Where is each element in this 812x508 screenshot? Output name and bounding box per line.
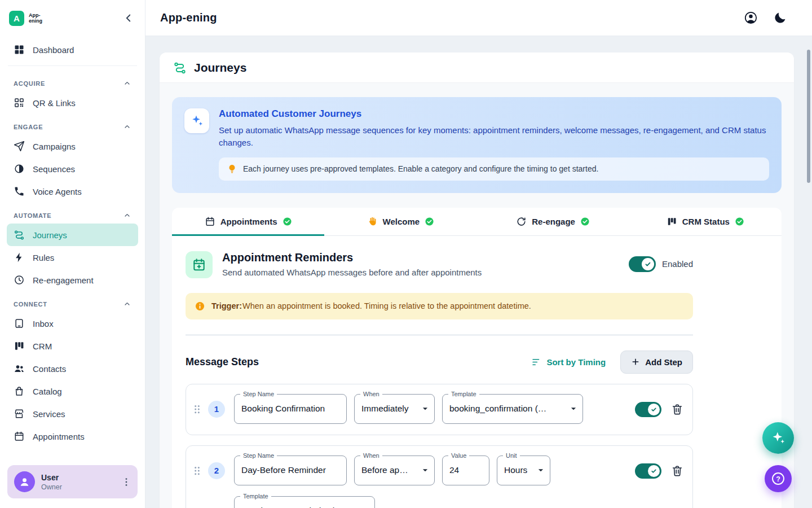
step-name-field: Step Name (234, 456, 347, 485)
drag-handle-icon[interactable] (193, 464, 201, 478)
when-select[interactable]: When Immediately (354, 394, 435, 424)
sidebar-item-label: Sequences (33, 164, 75, 174)
step-name-input[interactable] (235, 456, 346, 485)
sidebar-item-inbox[interactable]: Inbox (7, 312, 138, 335)
template-select[interactable]: Template booking_confirmation (… (442, 394, 583, 424)
sidebar-nav: Dashboard ACQUIRE QR & Links ENGAGE C (0, 36, 145, 508)
sidebar-item-contacts[interactable]: Contacts (7, 357, 138, 380)
sidebar-item-catalog[interactable]: Catalog (7, 380, 138, 402)
sidebar-item-re-engagement[interactable]: Re-engagement (7, 269, 138, 291)
sidebar-item-crm[interactable]: CRM (7, 335, 138, 357)
journeys-page-card: Journeys Automated Customer Journeys Set… (160, 52, 794, 508)
sidebar-item-dashboard[interactable]: Dashboard (7, 38, 138, 61)
clock-icon (14, 274, 25, 286)
drag-handle-icon[interactable] (193, 402, 201, 416)
journey-categories-card: Appointments Welcome (172, 208, 782, 508)
field-label: Unit (503, 452, 520, 459)
user-card[interactable]: User Owner (7, 465, 138, 498)
plus-icon (631, 357, 640, 366)
user-info: User Owner (41, 473, 62, 491)
caret-down-icon (419, 402, 431, 415)
field-label: Template (448, 391, 479, 397)
sidebar-section-automate[interactable]: AUTOMATE (7, 203, 138, 224)
field-label: Template (240, 493, 271, 500)
when-select[interactable]: When Before ap… (354, 456, 435, 485)
tab-label: Welcome (383, 217, 420, 226)
step-number-badge: 1 (208, 401, 225, 418)
caret-down-icon (359, 505, 372, 508)
caret-down-icon (419, 464, 431, 476)
enabled-label: Enabled (662, 259, 693, 269)
chevron-up-icon (123, 300, 131, 308)
step-enabled-toggle[interactable] (635, 402, 661, 417)
sidebar-item-qr-links[interactable]: QR & Links (7, 91, 138, 114)
appointments-journey-panel: Appointment Reminders Send automated Wha… (172, 236, 707, 508)
trigger-banner: Trigger:When an appointment is booked. T… (186, 293, 693, 319)
lightbulb-icon (227, 164, 237, 174)
sidebar-item-campaigns[interactable]: Campaigns (7, 135, 138, 157)
section-title: ACQUIRE (14, 80, 45, 87)
sidebar-item-label: Re-engagement (33, 275, 94, 285)
kanban-icon (14, 340, 25, 352)
field-label: Step Name (240, 391, 277, 397)
unit-value: Hours (504, 465, 527, 475)
field-label: Step Name (240, 452, 277, 459)
sidebar-item-journeys[interactable]: Journeys (7, 224, 138, 246)
sidebar-item-sequences[interactable]: Sequences (7, 157, 138, 180)
sort-by-timing-button[interactable]: Sort by Timing (531, 357, 606, 367)
sidebar-item-label: Catalog (33, 387, 62, 396)
sidebar-item-label: Services (33, 409, 65, 419)
vertical-scrollbar[interactable] (807, 50, 810, 183)
sidebar-item-label: Voice Agents (33, 187, 82, 196)
add-step-button[interactable]: Add Step (620, 351, 693, 374)
tab-appointments[interactable]: Appointments (172, 208, 324, 235)
sort-label: Sort by Timing (546, 357, 606, 367)
app-logo-text: App- ening (29, 12, 42, 24)
step-enabled-toggle[interactable] (635, 463, 661, 479)
user-menu-icon[interactable] (121, 476, 132, 488)
sidebar-item-services[interactable]: Services (7, 402, 138, 425)
ai-assistant-fab[interactable] (762, 422, 794, 454)
chevron-up-icon (123, 79, 131, 87)
dashboard-icon (14, 44, 25, 55)
help-fab[interactable]: ? (765, 465, 792, 492)
journey-subtitle: Send automated WhatsApp messages before … (222, 268, 482, 277)
tabs-row: Appointments Welcome (172, 208, 782, 236)
device-icon (14, 318, 25, 329)
field-label: Value (448, 452, 469, 459)
value-input[interactable] (443, 456, 489, 485)
unit-select[interactable]: Unit Hours (497, 456, 550, 485)
sidebar-item-rules[interactable]: Rules (7, 246, 138, 269)
step-number-badge: 2 (208, 462, 225, 479)
message-steps-header: Message Steps Sort by Timing (186, 351, 693, 374)
template-value: booking_confirmation (… (449, 404, 546, 414)
step-row-1: 1 Step Name When Immediately (186, 384, 693, 435)
sidebar-item-voice-agents[interactable]: Voice Agents (7, 180, 138, 203)
caret-down-icon (567, 402, 580, 415)
sidebar-section-acquire[interactable]: ACQUIRE (7, 71, 138, 91)
step-fields: Step Name When Immediately (234, 394, 627, 424)
section-divider (186, 335, 693, 335)
account-icon[interactable] (744, 11, 758, 25)
field-label: When (360, 452, 382, 459)
topbar-title: App-ening (160, 11, 217, 24)
sidebar-collapse-icon[interactable] (122, 12, 135, 24)
check-badge-icon (580, 217, 590, 226)
tab-welcome[interactable]: Welcome (324, 208, 476, 235)
template-select[interactable]: Template appointment_reminder (… (234, 496, 375, 508)
step-name-input[interactable] (235, 395, 346, 423)
tab-re-engage[interactable]: Re-engage (477, 208, 629, 235)
journey-enabled-toggle[interactable] (629, 256, 656, 272)
section-title: AUTOMATE (14, 212, 51, 219)
delete-step-icon[interactable] (671, 403, 683, 415)
tab-crm-status[interactable]: CRM Status (629, 208, 782, 235)
shopping-bag-icon (14, 386, 25, 397)
delete-step-icon[interactable] (671, 465, 683, 477)
sidebar-section-engage[interactable]: ENGAGE (7, 114, 138, 135)
sidebar-section-connect[interactable]: CONNECT (7, 291, 138, 312)
dark-mode-moon-icon[interactable] (773, 11, 787, 25)
sidebar-item-appointments[interactable]: Appointments (7, 425, 138, 448)
section-title: CONNECT (14, 301, 47, 308)
app-logo-line2: ening (29, 18, 42, 24)
calendar-plus-icon (186, 251, 213, 278)
